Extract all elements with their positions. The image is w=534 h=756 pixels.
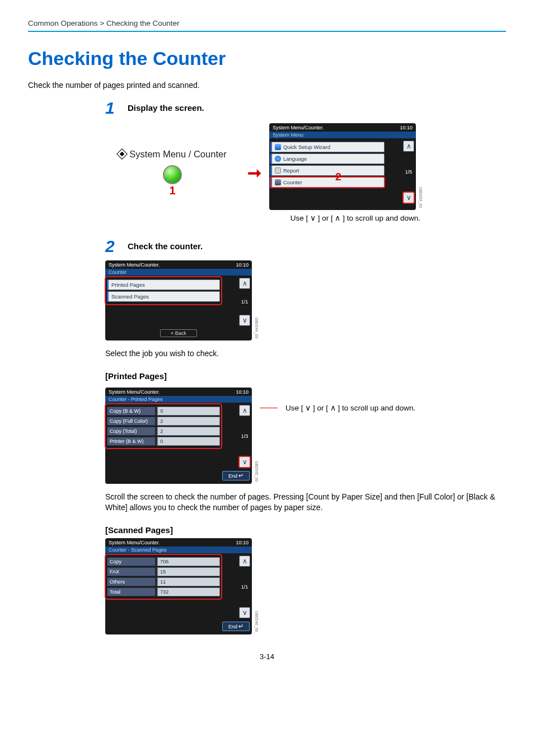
scroll-up-button[interactable]: ∧	[239, 556, 250, 567]
scroll-down-button[interactable]: ∨	[403, 192, 414, 203]
callout-1: 1	[105, 184, 240, 197]
menu-item-printed-pages[interactable]: Printed Pages	[107, 279, 220, 290]
panel-subtitle: Counter - Scanned Pages	[105, 547, 252, 553]
row-printer-bw: Printer (B & W)0	[107, 437, 220, 446]
row-copy-bw: Copy (B & W)0	[107, 407, 220, 416]
intro-text: Check the number of pages printed and sc…	[28, 81, 506, 90]
panel-title: System Menu/Counter.	[273, 125, 324, 130]
figure-code: GB0546_00	[255, 611, 259, 632]
enter-icon: ↵	[238, 623, 243, 629]
scanned-pages-panel: System Menu/Counter. 10:10 Counter - Sca…	[105, 538, 252, 634]
printed-pages-text: Scroll the screen to check the number of…	[105, 492, 497, 513]
scroll-hint: Use [ ∨ ] or [ ∧ ] to scroll up and down…	[252, 213, 420, 222]
panel-title: System Menu/Counter.	[109, 262, 160, 268]
step-2-number: 2	[105, 238, 128, 255]
row-scan-total: Total732	[107, 587, 220, 596]
panel-title: System Menu/Counter.	[109, 540, 160, 545]
system-menu-counter-label: System Menu / Counter	[105, 149, 240, 160]
panel-time: 10:10	[236, 540, 249, 545]
counter-icon	[275, 179, 281, 185]
system-menu-hardkey[interactable]	[163, 165, 182, 184]
menu-item-counter[interactable]: Counter	[270, 177, 385, 188]
menu-item-language[interactable]: Language	[270, 153, 385, 164]
select-text: Select the job you wish to check.	[105, 348, 506, 359]
row-scan-fax: FAX15	[107, 567, 220, 576]
globe-icon	[275, 156, 281, 162]
panel-subtitle: Counter	[105, 269, 252, 276]
scanned-pages-heading: [Scanned Pages]	[105, 525, 506, 535]
system-menu-panel: System Menu/Counter. 10:10 System Menu Q…	[269, 123, 416, 210]
wizard-icon	[275, 144, 281, 150]
printed-pages-heading: [Printed Pages]	[105, 371, 506, 381]
panel-time: 10:10	[236, 262, 249, 268]
row-copy-total: Copy (Total)2	[107, 427, 220, 436]
page-indicator: 1/1	[241, 584, 249, 590]
leader-line	[260, 408, 278, 408]
end-button[interactable]: End↵	[222, 471, 250, 480]
scroll-up-button[interactable]: ∧	[239, 278, 250, 289]
page-indicator: 1/5	[405, 169, 413, 175]
enter-icon: ↵	[238, 472, 243, 479]
divider	[28, 31, 506, 32]
scroll-up-button[interactable]: ∧	[403, 141, 414, 152]
panel-subtitle: Counter - Printed Pages	[105, 396, 252, 403]
panel-time: 10:10	[236, 389, 249, 395]
scroll-down-button[interactable]: ∨	[239, 607, 250, 618]
figure-code: GB0054_00	[419, 187, 423, 208]
report-icon	[275, 167, 281, 174]
step-2-heading: Check the counter.	[128, 238, 203, 251]
panel-subtitle: System Menu	[269, 132, 416, 138]
page-title: Checking the Counter	[28, 48, 506, 69]
panel-time: 10:10	[400, 125, 413, 130]
page-indicator: 1/3	[241, 433, 249, 439]
scroll-down-button[interactable]: ∨	[239, 315, 250, 326]
step-1-number: 1	[105, 100, 128, 116]
arrow-icon: ➞	[247, 163, 261, 183]
menu-item-scanned-pages[interactable]: Scanned Pages	[107, 291, 220, 302]
breadcrumb: Common Operations > Checking the Counter	[28, 19, 506, 27]
printed-pages-panel: System Menu/Counter. 10:10 Counter - Pri…	[105, 388, 252, 484]
figure-code: GB0544_00	[255, 318, 259, 338]
system-menu-icon	[116, 148, 128, 160]
page-number: 3-14	[28, 652, 506, 661]
scroll-up-button[interactable]: ∧	[239, 405, 250, 416]
back-button[interactable]: < Back	[160, 329, 197, 337]
counter-panel: System Menu/Counter. 10:10 Counter Print…	[105, 260, 252, 340]
step-1-heading: Display the screen.	[128, 100, 204, 113]
menu-item-quick-setup[interactable]: Quick Setup Wizard	[270, 142, 385, 152]
scroll-down-button[interactable]: ∨	[239, 456, 250, 468]
row-scan-copy: Copy706	[107, 557, 220, 566]
row-copy-fullcolor: Copy (Full Color)2	[107, 417, 220, 426]
scroll-hint: Use [ ∨ ] or [ ∧ ] to scroll up and down…	[285, 403, 415, 412]
end-button[interactable]: End↵	[222, 622, 250, 631]
figure-code: GB0545_00	[255, 461, 259, 482]
page-indicator: 1/1	[241, 299, 249, 305]
system-menu-text: System Menu / Counter	[129, 149, 226, 160]
row-scan-others: Others11	[107, 577, 220, 586]
panel-title: System Menu/Counter.	[109, 389, 160, 395]
callout-2: 2	[335, 171, 341, 183]
menu-item-report[interactable]: Report	[270, 165, 385, 176]
